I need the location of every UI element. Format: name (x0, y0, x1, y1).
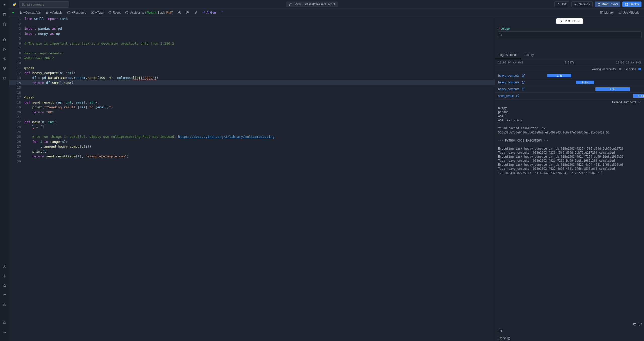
code-line[interactable]: 27 l.append(heavy_compute(i)) (9, 144, 495, 149)
brush-icon[interactable] (192, 10, 199, 15)
type-button[interactable]: +Type (89, 10, 105, 15)
code-line[interactable]: 20 return "OK" (9, 110, 495, 115)
users-icon[interactable] (184, 10, 191, 15)
logo-icon[interactable] (2, 2, 8, 8)
copy-icon[interactable] (633, 322, 636, 326)
script-summary-input[interactable] (19, 1, 69, 8)
home-icon[interactable] (2, 37, 8, 43)
book-icon[interactable] (2, 12, 8, 18)
editor-toolbar: +Context Var +Variable +Resource +Type R… (9, 9, 644, 16)
code-line[interactable]: 19 print(f"Sending result {res} to {emai… (9, 105, 495, 110)
svg-point-7 (4, 304, 5, 305)
svg-point-5 (4, 265, 5, 266)
run-icon[interactable] (2, 46, 8, 52)
code-line[interactable]: 24 (9, 129, 495, 134)
library-icon (600, 11, 603, 14)
code-line[interactable]: 14 return df.sum().sum() (9, 80, 495, 85)
code-line[interactable]: 3import pandas as pd (9, 26, 495, 31)
tab-history[interactable]: History (521, 51, 537, 59)
path-chip[interactable]: Path u/rfiszel/pleasant_script (286, 2, 338, 7)
svg-point-6 (4, 276, 5, 277)
draft-button[interactable]: Draft Ctrl+S (595, 2, 620, 7)
external-icon[interactable] (521, 74, 525, 77)
task-link[interactable]: heavy_compute (498, 81, 519, 84)
cloud-icon[interactable] (2, 283, 8, 289)
code-line[interactable]: 4import numpy as np (9, 31, 495, 36)
box-icon (67, 11, 71, 14)
external-icon[interactable] (516, 94, 519, 98)
library-button[interactable]: Library (598, 10, 615, 15)
code-line[interactable]: 9#wmill>=1.286.2 (9, 56, 495, 61)
legend-waiting-icon (619, 68, 621, 70)
star-icon[interactable] (2, 21, 8, 27)
refresh-icon (108, 11, 112, 14)
settings-button[interactable]: Settings (571, 1, 592, 7)
code-line[interactable]: 21 (9, 115, 495, 120)
code-line[interactable]: 11@task (9, 65, 495, 71)
deploy-button[interactable]: Deploy (622, 2, 641, 7)
code-line[interactable]: 7 (9, 46, 495, 51)
code-line[interactable]: 10 (9, 61, 495, 66)
save-icon (597, 3, 601, 6)
code-line[interactable]: 16 (9, 90, 495, 95)
code-editor[interactable]: 1from wmill import task2 3import pandas … (9, 16, 495, 341)
code-line[interactable]: 6# The pin is important since task is a … (9, 41, 495, 46)
diff-button[interactable]: Diff (554, 1, 569, 7)
code-line[interactable]: 23 l = [] (9, 124, 495, 129)
help-icon[interactable] (2, 320, 8, 326)
dollar-icon (45, 11, 49, 14)
dollar-icon[interactable] (2, 56, 8, 62)
user-icon[interactable] (2, 263, 8, 269)
fullscreen-icon[interactable] (638, 322, 642, 326)
folder-icon[interactable] (2, 292, 8, 298)
code-line[interactable]: 15 (9, 85, 495, 90)
gear-icon[interactable] (2, 273, 8, 279)
task-link[interactable]: heavy_compute (498, 74, 519, 77)
code-line[interactable]: 28 print(l) (9, 149, 495, 154)
check-icon[interactable] (638, 100, 641, 104)
test-button[interactable]: Test Ctrl+↵ (556, 18, 583, 24)
code-line[interactable]: 2 (9, 21, 495, 26)
status-dot-icon (12, 12, 14, 13)
copy-button[interactable]: Copy (495, 335, 644, 341)
log-controls: Expand Auto scroll (495, 99, 644, 105)
resource-button[interactable]: +Resource (66, 10, 88, 15)
flow-icon[interactable] (2, 65, 8, 72)
code-line[interactable]: 8#extra_requirements: (9, 51, 495, 56)
external-icon[interactable] (521, 81, 525, 84)
eye-icon[interactable] (2, 302, 8, 308)
svg-point-2 (5, 67, 6, 68)
reset-button[interactable]: Reset (107, 10, 122, 15)
code-line[interactable]: 30 (9, 159, 495, 164)
play-icon (559, 19, 563, 23)
context-var-button[interactable]: +Context Var (17, 10, 42, 15)
tab-logs[interactable]: Logs & Result (495, 51, 521, 59)
code-line[interactable]: 25 # to run things in parallel, simply u… (9, 134, 495, 139)
save-icon (625, 3, 628, 6)
result-tabs: Logs & Result History (495, 51, 644, 59)
code-line[interactable]: 5 (9, 36, 495, 41)
input-n-field[interactable] (498, 31, 641, 38)
arrow-right-icon[interactable] (2, 329, 8, 335)
expand-button[interactable]: Expand (612, 100, 622, 104)
variable-button[interactable]: +Variable (44, 10, 64, 15)
assistants-button[interactable]: Assistants (Pyright Black Ruff) (124, 10, 175, 15)
code-line[interactable]: 13 df = pd.DataFrame(np.random.randn(100… (9, 75, 495, 80)
code-line[interactable]: 1from wmill import task (9, 16, 495, 21)
ai-sparkle-icon[interactable] (219, 10, 225, 15)
external-icon[interactable] (521, 87, 525, 91)
task-link[interactable]: heavy_compute (498, 87, 519, 91)
code-line[interactable]: 17@task (9, 95, 495, 100)
svg-point-3 (4, 69, 5, 70)
code-line[interactable]: 22def main(n: int): (9, 120, 495, 125)
code-line[interactable]: 26 for i in range(n): (9, 139, 495, 144)
vscode-button[interactable]: Use VScode (617, 10, 641, 15)
ai-gen-button[interactable]: AI Gen (200, 10, 217, 15)
legend-execution-icon (638, 68, 641, 70)
code-line[interactable]: 12def heavy_compute(n: int): (9, 71, 495, 76)
clock-icon[interactable] (2, 75, 8, 81)
code-line[interactable]: 29 return send_result(sum(l), "example@e… (9, 154, 495, 159)
record-icon[interactable] (176, 10, 183, 15)
code-line[interactable]: 18def send_result(res: int, email: str): (9, 100, 495, 105)
task-link[interactable]: send_result (498, 94, 514, 98)
